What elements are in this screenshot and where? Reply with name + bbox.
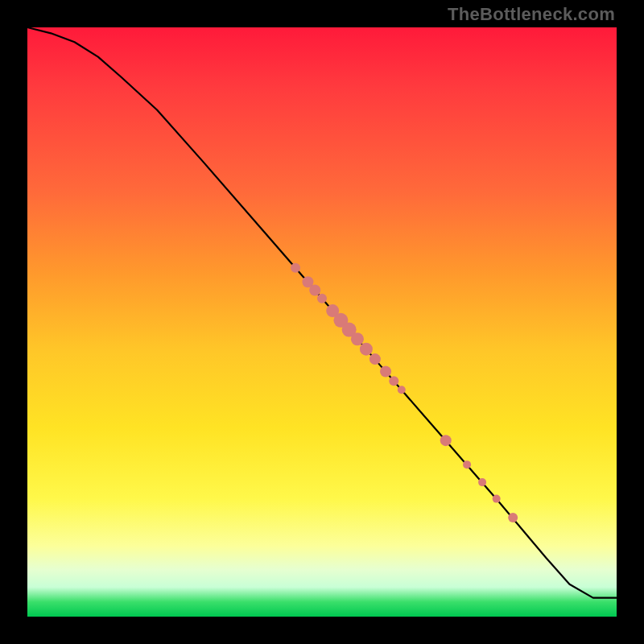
data-point: [309, 284, 320, 295]
data-point: [508, 513, 518, 522]
data-point: [478, 478, 486, 486]
data-point: [493, 495, 501, 503]
plot-area: [27, 27, 617, 617]
curve-line: [27, 27, 617, 598]
data-point: [380, 365, 391, 377]
scatter-points: [291, 263, 518, 522]
data-point: [351, 332, 364, 345]
data-point: [463, 460, 471, 469]
data-point: [291, 263, 300, 273]
data-point: [398, 386, 406, 394]
chart-frame: TheBottleneck.com: [0, 0, 644, 644]
data-point: [317, 294, 327, 303]
watermark-text: TheBottleneck.com: [448, 4, 615, 25]
data-point: [440, 435, 452, 446]
data-point: [369, 353, 381, 365]
chart-svg: [27, 27, 617, 617]
data-point: [389, 376, 398, 386]
data-point: [360, 343, 373, 356]
